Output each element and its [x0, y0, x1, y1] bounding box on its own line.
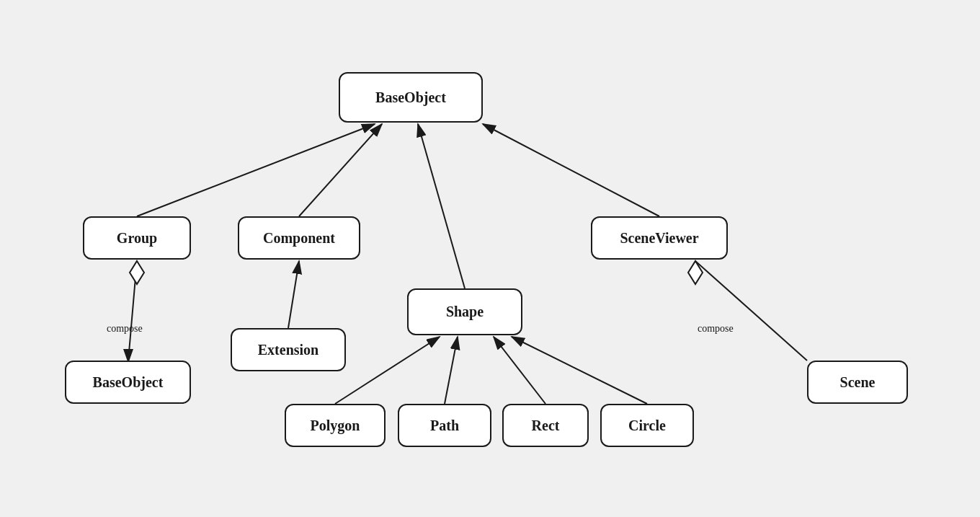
- compose-group-label: compose: [107, 323, 143, 335]
- node-shape-label: Shape: [446, 304, 484, 320]
- svg-line-3: [299, 124, 382, 216]
- node-polygon[interactable]: Polygon: [285, 404, 386, 447]
- svg-line-14: [695, 261, 807, 361]
- node-extension-label: Extension: [258, 342, 318, 358]
- compose-scene-label: compose: [698, 323, 734, 335]
- node-circle[interactable]: Circle: [600, 404, 694, 447]
- node-extension[interactable]: Extension: [231, 328, 346, 371]
- svg-marker-12: [130, 261, 144, 284]
- node-baseobject-top-label: BaseObject: [375, 89, 446, 106]
- node-scene-label: Scene: [840, 374, 876, 391]
- node-sceneviewer-label: SceneViewer: [620, 230, 698, 247]
- svg-line-11: [128, 261, 137, 361]
- node-rect-label: Rect: [532, 417, 560, 434]
- svg-line-7: [335, 337, 440, 404]
- node-shape[interactable]: Shape: [407, 288, 522, 335]
- node-group-label: Group: [117, 230, 157, 247]
- node-path-label: Path: [430, 417, 459, 434]
- svg-line-4: [418, 124, 465, 288]
- node-baseobject-bot[interactable]: BaseObject: [65, 361, 191, 404]
- node-baseobject-bot-label: BaseObject: [93, 374, 164, 391]
- svg-line-8: [445, 337, 458, 404]
- node-path[interactable]: Path: [398, 404, 491, 447]
- node-group[interactable]: Group: [83, 216, 191, 260]
- svg-line-10: [512, 337, 647, 404]
- node-scene[interactable]: Scene: [807, 361, 908, 404]
- node-circle-label: Circle: [628, 417, 666, 434]
- svg-line-2: [137, 124, 375, 216]
- svg-line-6: [288, 261, 299, 328]
- diagram-container: BaseObject Group Component SceneViewer S…: [0, 0, 980, 517]
- svg-marker-15: [688, 261, 703, 284]
- node-component-label: Component: [263, 230, 335, 247]
- node-component[interactable]: Component: [238, 216, 360, 260]
- svg-line-5: [483, 124, 659, 216]
- node-sceneviewer[interactable]: SceneViewer: [591, 216, 728, 260]
- node-rect[interactable]: Rect: [502, 404, 589, 447]
- svg-line-9: [494, 337, 545, 404]
- node-baseobject-top[interactable]: BaseObject: [339, 72, 483, 123]
- node-polygon-label: Polygon: [311, 417, 360, 434]
